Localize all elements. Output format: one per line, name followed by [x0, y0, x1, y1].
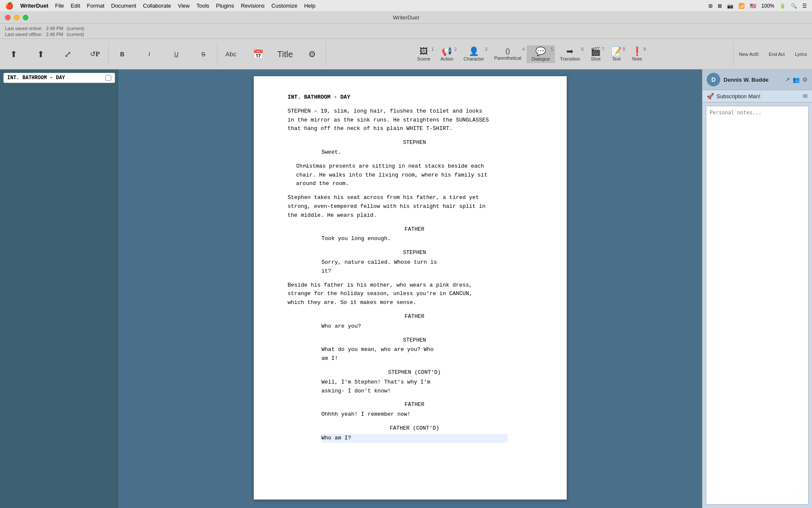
save-status-info: Last saved online: 2:48 PM (current) Las…	[5, 26, 84, 37]
character-father-contd-1[interactable]: FATHER (CONT'D)	[288, 424, 541, 433]
menu-view[interactable]: View	[178, 3, 190, 9]
toolbar-right-group: New Act0 End Act Lyrics	[734, 39, 812, 69]
strikethrough-button[interactable]: S	[190, 39, 217, 69]
bold-icon: B	[120, 51, 124, 57]
menu-document[interactable]: Document	[111, 3, 136, 9]
traffic-lights	[5, 15, 28, 20]
revision-check-icon: ☯	[304, 162, 311, 169]
action-block-4[interactable]: Beside his father is his mother, who wea…	[288, 281, 541, 307]
character-stephen-contd-1[interactable]: STEPHEN (CONT'D)	[288, 368, 541, 377]
sync-button[interactable]: ↺𝐏	[81, 39, 108, 69]
character-button[interactable]: 3 👤 Character	[458, 45, 489, 63]
offline-label: Last saved offline:	[5, 32, 42, 37]
menu-extra-icon[interactable]: ☰	[802, 3, 807, 9]
share-user-icon[interactable]: ↗	[785, 76, 790, 83]
search-icon[interactable]: 🔍	[791, 3, 797, 9]
panel-settings-icon[interactable]: ⚙	[802, 76, 808, 83]
title-button[interactable]: Title	[272, 39, 299, 69]
scene-heading[interactable]: INT. BATHROOM - DAY	[288, 93, 541, 102]
scene-button[interactable]: 1 🖼 Scene	[412, 45, 435, 63]
character-label: Character	[464, 56, 484, 61]
dialogue-icon: 💬	[535, 47, 546, 55]
scene-checkbox[interactable]	[105, 75, 111, 81]
action-block-1[interactable]: STEPHEN – 19, slim, long hair, flushes t…	[288, 107, 541, 133]
minimize-icon[interactable]: ⊠	[718, 3, 722, 9]
menu-plugins[interactable]: Plugins	[216, 3, 234, 9]
close-button[interactable]	[5, 15, 11, 20]
fullscreen-button[interactable]	[23, 15, 28, 20]
share-button[interactable]: ⬆	[27, 39, 54, 69]
shot-button[interactable]: 7 🎬 Shot	[585, 45, 606, 63]
transition-icon: ➡	[566, 47, 573, 55]
people-icon[interactable]: 👥	[793, 76, 800, 83]
action-block-3[interactable]: Stephen takes his seat across from his f…	[288, 193, 541, 220]
character-father-1[interactable]: FATHER	[288, 225, 541, 234]
scene-input-container[interactable]	[3, 73, 115, 83]
settings-button[interactable]: ⚙	[299, 39, 326, 69]
flag-icon[interactable]: 🇺🇸	[750, 3, 756, 9]
abc-button[interactable]: Abc	[217, 39, 244, 69]
note-button[interactable]: 9 ❗ Note	[627, 45, 647, 63]
action-button[interactable]: 2 📢 Action	[436, 45, 459, 63]
menu-tools[interactable]: Tools	[196, 3, 209, 9]
online-label: Last saved online:	[5, 26, 43, 31]
menu-edit[interactable]: Edit	[71, 3, 80, 9]
editor-area[interactable]: INT. BATHROOM - DAY STEPHEN – 19, slim, …	[118, 69, 702, 508]
dialogue-who-are-you[interactable]: Who are you?	[321, 322, 508, 331]
character-stephen-2[interactable]: STEPHEN	[288, 248, 541, 257]
end-act-button[interactable]: End Act	[764, 39, 790, 69]
menu-collaborate[interactable]: Collaborate	[143, 3, 171, 9]
mac-menubar: 🍎 WriterDuet File Edit Format Document C…	[0, 0, 812, 12]
menu-file[interactable]: File	[55, 3, 64, 9]
share-icon: ⬆	[37, 50, 44, 58]
dialogue-button[interactable]: 5 💬 Dialogue	[527, 45, 555, 63]
new-act-button[interactable]: New Act0	[734, 39, 763, 69]
personal-notes[interactable]	[706, 106, 809, 505]
user-name: Dennis W. Budde	[724, 77, 782, 83]
menu-revisions[interactable]: Revisions	[241, 3, 264, 9]
note-label: Note	[632, 56, 642, 61]
dialogue-took[interactable]: Took you long enough.	[321, 235, 508, 243]
expand-button[interactable]: ⤢	[54, 39, 81, 69]
subscription-label: Subscription Man!	[716, 93, 800, 99]
end-act-label: End Act	[769, 52, 785, 57]
text-button[interactable]: 8 📝 Text	[606, 45, 627, 63]
fullscreen-icon[interactable]: ⊞	[708, 3, 713, 9]
character-icon: 👤	[469, 47, 479, 55]
menu-format[interactable]: Format	[87, 3, 104, 9]
dialogue-sorry[interactable]: Sorry, nature called. Whose turn isit?	[321, 258, 508, 276]
dialogue-who-am-i[interactable]: Who am I?	[321, 434, 508, 443]
underline-button[interactable]: U	[163, 39, 190, 69]
dialogue-sweet[interactable]: Sweet.	[321, 148, 508, 157]
menu-help[interactable]: Help	[304, 3, 315, 9]
character-stephen-1[interactable]: STEPHEN	[288, 138, 541, 147]
calendar-button[interactable]: 📅	[244, 39, 272, 69]
upload-button[interactable]: ⬆	[0, 39, 27, 69]
dialogue-what-do-you-mean[interactable]: What do you mean, who are you? Whoam I!	[321, 345, 508, 363]
action-block-2[interactable]: ↺ ☯ ○ Christmas presents are sitting in …	[288, 162, 541, 188]
italic-button[interactable]: I	[136, 39, 163, 69]
transition-label: Transition	[560, 56, 580, 61]
left-sidebar	[0, 69, 118, 508]
offline-status: (current)	[66, 32, 84, 37]
character-stephen-3[interactable]: STEPHEN	[288, 336, 541, 345]
apple-logo[interactable]: 🍎	[5, 2, 14, 10]
character-father-2[interactable]: FATHER	[288, 312, 541, 321]
minimize-button[interactable]	[14, 15, 19, 20]
scene-input[interactable]	[7, 75, 104, 81]
character-father-3[interactable]: FATHER	[288, 400, 541, 409]
transition-button[interactable]: 6 ➡ Transition	[555, 45, 585, 63]
user-initial: D	[711, 76, 716, 83]
subscription-item[interactable]: 🚀 Subscription Man! ✉	[702, 90, 812, 102]
bold-italic-button[interactable]: B	[109, 39, 136, 69]
dialogue-well-im-stephen[interactable]: Well, I'm Stephen! That's why I'masking-…	[321, 378, 508, 396]
lyrics-button[interactable]: Lyrics	[790, 39, 812, 69]
script-page[interactable]: INT. BATHROOM - DAY STEPHEN – 19, slim, …	[254, 76, 567, 500]
menu-customize[interactable]: Customize	[272, 3, 297, 9]
wifi-icon[interactable]: 📶	[738, 3, 745, 9]
dialogue-ohhhh[interactable]: Ohhhh yeah! I remember now!	[321, 410, 508, 419]
camera-icon[interactable]: 📷	[727, 3, 733, 9]
main-layout: INT. BATHROOM - DAY STEPHEN – 19, slim, …	[0, 69, 812, 508]
abc-icon: Abc	[225, 51, 236, 57]
parenthetical-button[interactable]: 4 () Parenthetical	[489, 45, 526, 63]
